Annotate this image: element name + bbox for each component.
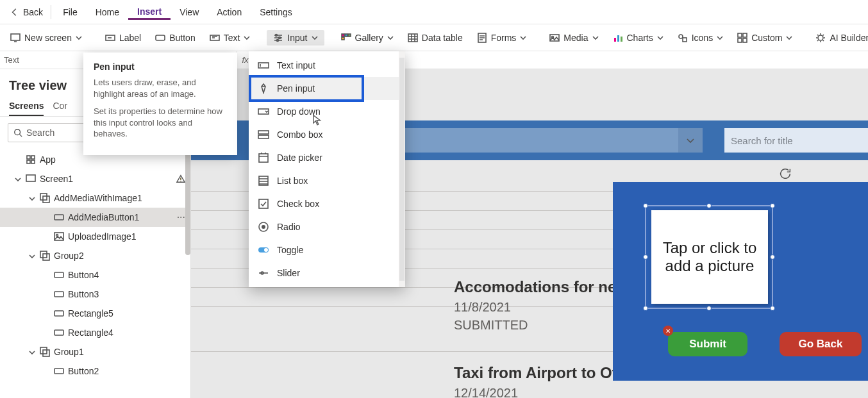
tooltip-body-2: Set its properties to determine how this…: [94, 106, 227, 140]
tree-node[interactable]: AddMediaWithImage1: [0, 188, 190, 208]
tree-node[interactable]: Group2: [0, 246, 190, 265]
tree-node[interactable]: Screen1: [0, 169, 190, 188]
dropdown-item-text-input[interactable]: Text input: [249, 54, 405, 77]
menu-view[interactable]: View: [171, 4, 208, 20]
dropdown-item-checkbox[interactable]: Check box: [249, 192, 405, 215]
svg-rect-7: [342, 34, 344, 37]
tree-node-label: Button4: [68, 270, 99, 280]
ai-builder-button[interactable]: AI Builder: [809, 30, 868, 46]
ai-icon: [815, 33, 826, 43]
dropdown-icon: [258, 106, 269, 117]
dropdown-item-date[interactable]: Date picker: [249, 146, 405, 169]
tab-screens[interactable]: Screens: [9, 97, 44, 116]
warning-icon: [176, 174, 185, 183]
tree-node[interactable]: Rectangle5: [0, 304, 190, 323]
tree-node-label: Button2: [68, 366, 99, 376]
pen-icon: [258, 83, 269, 94]
dropdown-item-label: Drop down: [277, 106, 321, 117]
gallery-button[interactable]: Gallery: [335, 30, 400, 46]
menu-insert[interactable]: Insert: [128, 4, 171, 20]
menu-action[interactable]: Action: [208, 4, 251, 20]
tooltip-body: Lets users draw, erase, and highlight ar…: [94, 77, 227, 99]
new-screen-button[interactable]: New screen: [4, 30, 88, 46]
tree-node[interactable]: Button2: [0, 361, 190, 381]
tree-node-label: AddMediaButton1: [68, 212, 139, 222]
svg-rect-17: [621, 37, 622, 42]
tree-node[interactable]: Rectangle4: [0, 323, 190, 342]
gallery-icon: [341, 33, 351, 43]
tree-node[interactable]: UploadedImage1: [0, 227, 190, 246]
custom-button[interactable]: Custom: [731, 30, 799, 46]
top-menu-bar: Back File Home Insert View Action Settin…: [0, 0, 868, 24]
input-button[interactable]: Input: [267, 30, 324, 46]
menu-file[interactable]: File: [54, 4, 87, 20]
ribbon: New screen Label Button Text Input Galle…: [0, 24, 868, 51]
svg-point-18: [679, 35, 683, 38]
svg-rect-40: [54, 272, 63, 278]
tree-node-label: UploadedImage1: [68, 231, 137, 242]
date-icon: [258, 152, 269, 163]
back-label: Back: [23, 7, 43, 17]
checkbox-icon: [258, 198, 269, 210]
slider-icon: [258, 267, 269, 279]
tree-node[interactable]: Button4: [0, 265, 190, 285]
input-dropdown-menu: Text inputPen inputDrop downCombo boxDat…: [249, 51, 405, 287]
svg-rect-0: [11, 34, 20, 40]
app-icon: [26, 154, 36, 165]
go-back-button[interactable]: Go Back: [780, 332, 862, 356]
control-icon: [54, 270, 64, 280]
dropdown-item-label: Text input: [277, 60, 315, 70]
svg-rect-44: [40, 347, 47, 354]
tree-node-label: Group2: [54, 251, 84, 261]
error-badge-icon[interactable]: [663, 326, 673, 336]
tree-node[interactable]: Button3: [0, 285, 190, 304]
tree-node[interactable]: Group1: [0, 342, 190, 361]
tab-components[interactable]: Cor: [53, 97, 67, 116]
tree-node[interactable]: AddMediaButton1···: [0, 208, 190, 227]
list-item-title: Taxi from Airport to Offic: [454, 364, 635, 382]
dropdown-item-toggle[interactable]: Toggle: [249, 238, 405, 261]
dropdown-item-combo[interactable]: Combo box: [249, 123, 405, 146]
scrollbar-thumb[interactable]: [185, 153, 190, 255]
shapes-icon: [678, 33, 688, 43]
more-icon[interactable]: ···: [177, 211, 185, 223]
label-button[interactable]: Label: [99, 30, 147, 46]
dropdown-item-slider[interactable]: Slider: [249, 261, 405, 285]
tree-node-label: Group1: [54, 347, 84, 357]
svg-rect-2: [156, 35, 165, 40]
dropdown-item-label: Pen input: [277, 83, 315, 94]
button-icon: [155, 33, 165, 43]
search-icon: [13, 128, 22, 137]
data-table-button[interactable]: Data table: [401, 30, 469, 46]
text-button[interactable]: Text: [203, 30, 257, 46]
forms-button[interactable]: Forms: [471, 30, 533, 46]
dropdown-item-dropdown[interactable]: Drop down: [249, 100, 405, 123]
add-picture-button[interactable]: Tap or click to add a picture: [651, 210, 768, 304]
dropdown-item-pen[interactable]: Pen input: [249, 77, 405, 100]
dropdown-item-label: Toggle: [277, 245, 303, 255]
search-title-input[interactable]: Search for title: [724, 128, 868, 153]
tree-node-label: AddMediaWithImage1: [54, 193, 142, 203]
dropdown-scrollbar[interactable]: [399, 51, 405, 287]
svg-rect-35: [54, 215, 63, 220]
tree-scroll[interactable]: AppScreen1AddMediaWithImage1AddMediaButt…: [0, 149, 190, 387]
refresh-icon[interactable]: [778, 167, 792, 181]
button-control[interactable]: Button: [149, 30, 201, 46]
title-dropdown[interactable]: [356, 128, 703, 153]
menu-home[interactable]: Home: [87, 4, 128, 20]
menu-settings[interactable]: Settings: [251, 4, 301, 20]
svg-rect-49: [258, 131, 269, 134]
svg-rect-20: [738, 33, 742, 37]
charts-button[interactable]: Charts: [606, 30, 670, 46]
dropdown-item-radio[interactable]: Radio: [249, 215, 405, 238]
dropdown-item-label: Check box: [277, 199, 319, 209]
icons-button[interactable]: Icons: [671, 30, 730, 46]
media-button[interactable]: Media: [543, 30, 605, 46]
submit-button[interactable]: Submit: [668, 332, 747, 356]
listbox-icon: [258, 175, 269, 187]
list-item-date: 11/8/2021: [454, 300, 511, 315]
dropdown-item-listbox[interactable]: List box: [249, 169, 405, 192]
back-button[interactable]: Back: [5, 0, 48, 24]
dropdown-item-label: Combo box: [277, 129, 323, 140]
tooltip-title: Pen input: [94, 62, 227, 72]
